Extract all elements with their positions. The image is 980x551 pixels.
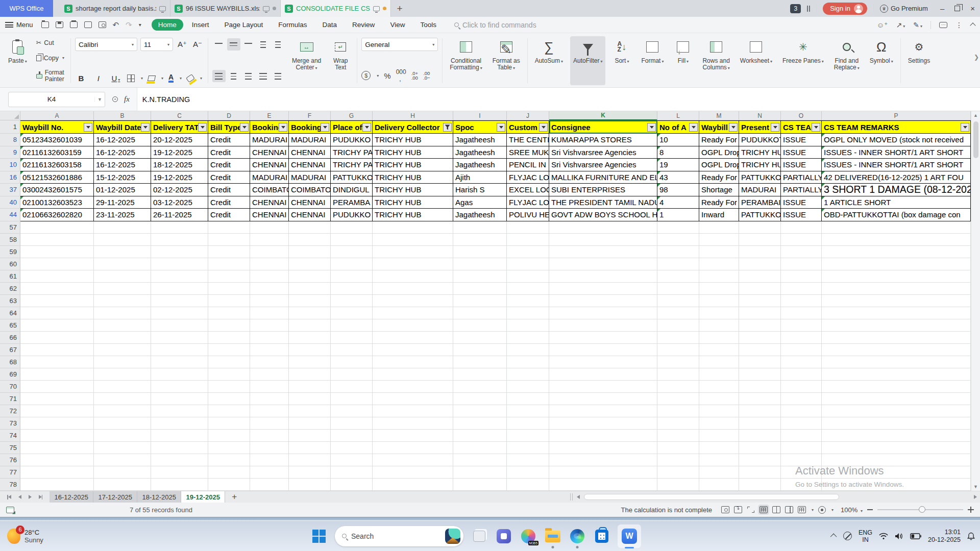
cell-F74[interactable] [289,430,331,442]
fill-button[interactable]: ↓ Fill▾ [671,36,695,85]
row-header-73[interactable]: 73 [0,417,20,430]
copilot-button[interactable]: M365 [520,528,537,545]
cell-G70[interactable] [331,381,373,393]
row-header-77[interactable]: 77 [0,466,20,479]
cell-P78[interactable] [822,479,971,491]
cell-N58[interactable] [739,234,781,246]
cell-C68[interactable] [151,356,208,368]
cell-L65[interactable] [657,319,699,332]
cell-L77[interactable] [657,466,699,479]
cell-F8[interactable]: MADURAI [289,134,331,146]
cell-A68[interactable] [20,356,94,368]
cell-P70[interactable] [822,381,971,393]
filter-button-B[interactable] [141,123,150,132]
filter-button-G[interactable] [362,123,371,132]
merge-and-center-button[interactable]: ↔ Merge and Center▾ [289,36,324,85]
cell-P59[interactable] [822,246,971,258]
cell-N59[interactable] [739,246,781,258]
cell-H70[interactable] [373,381,453,393]
cell-F63[interactable] [289,295,331,307]
select-all-corner[interactable] [0,111,20,120]
cell-C66[interactable] [151,332,208,344]
battery-icon[interactable] [910,533,921,539]
document-tab-2[interactable]: S96 ISSUE WAYBILLS.xlsx [170,0,281,17]
cell-L70[interactable] [657,381,699,393]
cell-K63[interactable] [549,295,657,307]
cell-O67[interactable] [781,344,822,356]
cell-G75[interactable] [331,442,373,454]
new-document-tab-button[interactable]: + [391,0,408,17]
cell-A16[interactable]: 05121532601886 [20,171,94,184]
cell-N64[interactable] [739,307,781,319]
filter-button-J[interactable] [539,123,548,132]
cell-E72[interactable] [250,405,289,417]
cell-F60[interactable] [289,258,331,270]
cell-J63[interactable] [507,295,549,307]
cell-F16[interactable]: MADURAI [289,171,331,184]
cell-E16[interactable]: MADURAI [250,171,289,184]
quickbar-dropdown-icon[interactable]: ▾ [139,22,141,28]
cell-D10[interactable]: Credit [208,159,250,171]
cell-A69[interactable] [20,368,94,381]
cell-A10[interactable]: 02116132603158 [20,159,94,171]
cell-P74[interactable] [822,430,971,442]
go-premium-button[interactable]: ♛ Go Premium [880,5,928,13]
column-header-G[interactable]: G [331,111,373,120]
cell-H37[interactable]: TRICHY HUB [373,184,453,196]
formula-zoom-icon[interactable]: + [112,96,118,102]
cell-C70[interactable] [151,381,208,393]
cell-B67[interactable] [94,344,151,356]
cell-I66[interactable] [453,332,507,344]
cell-D64[interactable] [208,307,250,319]
cell-O76[interactable] [781,454,822,466]
cell-A62[interactable] [20,283,94,295]
cell-D61[interactable] [208,270,250,283]
column-header-B[interactable]: B [94,111,151,120]
cell-J66[interactable] [507,332,549,344]
cell-B74[interactable] [94,430,151,442]
volume-icon[interactable] [895,533,903,540]
row-header-64[interactable]: 64 [0,307,20,319]
cell-D16[interactable]: Credit [208,171,250,184]
cell-F67[interactable] [289,344,331,356]
cell-C59[interactable] [151,246,208,258]
cell-C60[interactable] [151,258,208,270]
cell-A60[interactable] [20,258,94,270]
wifi-icon[interactable] [879,533,888,540]
name-box-dropdown-icon[interactable]: ▼ [94,97,105,102]
cell-P64[interactable] [822,307,971,319]
cell-C10[interactable]: 18-12-2025 [151,159,208,171]
cell-P10[interactable]: ISSUES - INNER SHORT/1 ART SHORT [822,159,971,171]
cell-O77[interactable] [781,466,822,479]
column-header-M[interactable]: M [699,111,739,120]
cell-M37[interactable]: Shortage [699,184,739,196]
underline-button[interactable]: U▾ [110,74,122,83]
document-count-badge[interactable]: 3 [790,4,801,13]
tab-tools[interactable]: Tools [413,19,443,31]
cell-J70[interactable] [507,381,549,393]
cell-B60[interactable] [94,258,151,270]
cell-A65[interactable] [20,319,94,332]
cell-J44[interactable]: POLIVU HE [507,209,549,221]
cell-I59[interactable] [453,246,507,258]
cell-L78[interactable] [657,479,699,491]
cell-E9[interactable]: CHENNAI [250,146,289,159]
cell-O44[interactable]: ISSUE [781,209,822,221]
cell-O66[interactable] [781,332,822,344]
clock[interactable]: 13:0120-12-2025 [928,529,961,544]
cell-D57[interactable] [208,221,250,234]
symbol-button[interactable]: Ω Symbol▾ [867,36,896,85]
cell-D66[interactable] [208,332,250,344]
fill-color-icon[interactable] [148,76,156,81]
cell-B72[interactable] [94,405,151,417]
cell-G77[interactable] [331,466,373,479]
cell-M77[interactable] [699,466,739,479]
cell-A37[interactable]: 03002432601575 [20,184,94,196]
cell-K62[interactable] [549,283,657,295]
cell-I60[interactable] [453,258,507,270]
cell-D40[interactable]: Credit [208,196,250,209]
add-sheet-button[interactable]: + [225,491,243,503]
row-header-8[interactable]: 8 [0,134,20,146]
cell-N63[interactable] [739,295,781,307]
cell-O9[interactable]: ISSUE [781,146,822,159]
